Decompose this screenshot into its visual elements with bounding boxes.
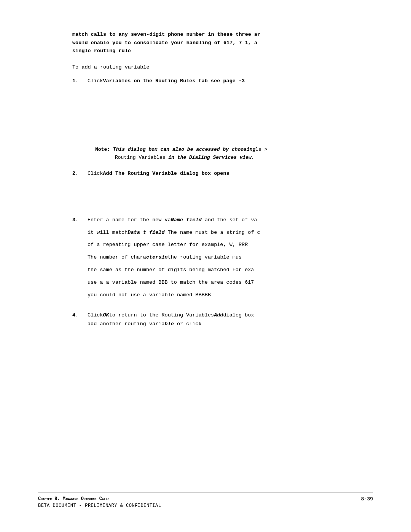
step-4-line2c: or click [174, 321, 202, 327]
note-label: Note: [95, 147, 110, 152]
step-1-content: ClickVariables on the Routing Rules tab … [88, 77, 369, 85]
step-4-click: Click [88, 312, 103, 318]
note-continuation: ls > [255, 147, 267, 152]
step-4-ok: OK [103, 312, 109, 318]
note-bold-italic-suffix: ing [247, 147, 255, 152]
intro-line1: match calls to any seven-digit phone num… [72, 30, 369, 39]
step-4-item: 4. ClickOKto return to the Routing Varia… [72, 311, 369, 329]
intro-line3: single routing rule [72, 47, 369, 55]
step-3-para5: the same as the number of digits being m… [88, 266, 369, 275]
step-1-click-prefix: Click [88, 78, 103, 84]
step-2-item: 2. ClickAdd The Routing Variable dialog … [72, 169, 369, 178]
step-3-line1a: Enter a name for the new va [88, 217, 171, 223]
step-1-click-label: Variables [103, 78, 131, 84]
note-line2-prefix: Routing Variables [115, 155, 166, 160]
step-3-number: 3. [72, 216, 88, 304]
step-4-dialog: dialog box [223, 312, 254, 318]
step-3-line1d: and the set of va [205, 217, 257, 223]
step-2-number: 2. [72, 169, 88, 178]
intro-line2: would enable you to consolidate your han… [72, 39, 369, 47]
diagram-placeholder-2 [72, 185, 369, 216]
step-1-item: 1. ClickVariables on the Routing Rules t… [72, 77, 369, 85]
chapter-label: Chapter 8. Managing Outbound Calls [38, 495, 161, 502]
footer-spacer [72, 336, 369, 405]
step-3-line1c: field [186, 217, 202, 223]
step-3-para7: you could not use a variable named BBBBB [88, 291, 369, 300]
footer: Chapter 8. Managing Outbound Calls BETA … [38, 492, 373, 509]
step-2-bold-suffix: The Routing Variable dialog box opens [112, 171, 229, 176]
note-block: Note: This dialog box can also be access… [95, 146, 369, 162]
step-3-line2a: it will match [88, 230, 127, 235]
page: match calls to any seven-digit phone num… [0, 0, 411, 532]
step-3-line2d: The name must be a string of c [165, 230, 260, 235]
note-line2: Routing Variables in the Dialing Service… [115, 154, 369, 162]
step-3-line4c: in [161, 254, 167, 260]
step-4-add: Add [214, 312, 223, 318]
note-line2-italic: in the Dialing Services view. [168, 155, 254, 160]
step-2-click-prefix: Click [88, 171, 103, 176]
step-2-click-label: Add [103, 171, 112, 176]
note-bold-italic: This dialog box can also be accessed by … [113, 147, 247, 152]
step-4-line2: add another routing variable or click [88, 320, 369, 329]
step-3-line4d: the routing variable mus [168, 254, 242, 260]
step-3-item: 3. Enter a name for the new vaName field… [72, 216, 369, 304]
step-3-para1: Enter a name for the new vaName field an… [88, 216, 369, 225]
step-3-para4: The number of charactersinthe routing va… [88, 253, 369, 262]
step-3-para6: use a a variable named BBB to match the … [88, 278, 369, 287]
step-4-line2a: add another routing varia [88, 321, 165, 327]
step-3-line4b: cters [146, 254, 162, 260]
step-4-number: 4. [72, 311, 88, 329]
step-3-para3: of a repeating upper case letter for exa… [88, 241, 369, 249]
step-3-line2c: field [149, 230, 165, 235]
note-line1: Note: This dialog box can also be access… [95, 146, 369, 154]
beta-label: BETA DOCUMENT - PRELIMINARY & CONFIDENTI… [38, 502, 161, 509]
step-3-content: Enter a name for the new vaName field an… [88, 216, 369, 304]
step-4-content: ClickOKto return to the Routing Variable… [88, 311, 369, 329]
step-3-line2b: Data t [127, 230, 146, 235]
content-area: match calls to any seven-digit phone num… [72, 30, 369, 405]
step-4-line2b: ble [165, 321, 174, 327]
footer-left: Chapter 8. Managing Outbound Calls BETA … [38, 495, 161, 509]
step-2-content: ClickAdd The Routing Variable dialog box… [88, 169, 369, 178]
step-1-bold-suffix: on the Routing Rules tab see page -3 [131, 78, 245, 84]
step-3-line4a: The number of chara [88, 254, 146, 260]
to-add-text: To add a routing variable [72, 64, 369, 70]
page-number: 8-39 [361, 495, 373, 502]
step-3-line1b: Name [171, 217, 183, 223]
intro-block: match calls to any seven-digit phone num… [72, 30, 369, 55]
numbered-list: 1. ClickVariables on the Routing Rules t… [72, 77, 369, 329]
step-1-number: 1. [72, 77, 88, 85]
step-3-para2: it will matchData t field The name must … [88, 228, 369, 237]
diagram-placeholder-1 [72, 93, 369, 138]
step-4-to-return: to return to the Routing Variables [109, 312, 214, 318]
step-4-line1: ClickOKto return to the Routing Variable… [88, 311, 369, 320]
